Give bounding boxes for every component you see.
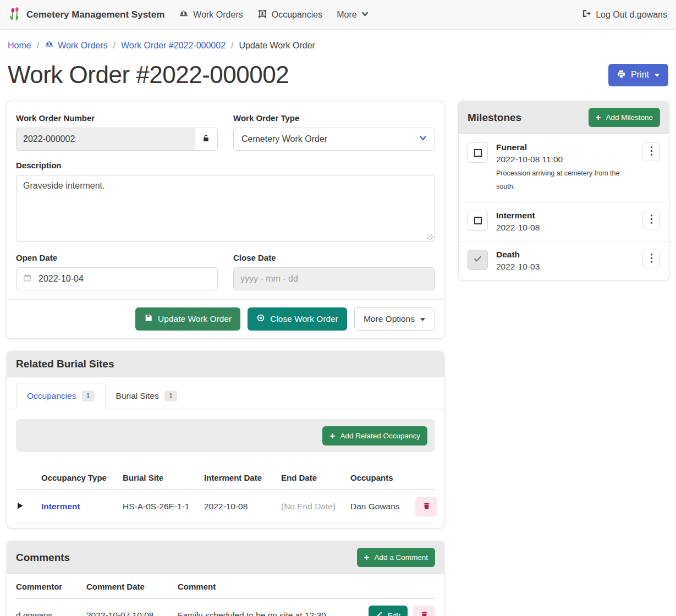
logout-link[interactable]: Log Out d.gowans xyxy=(581,9,667,20)
occupancies-toolbar: + Add Related Occupancy xyxy=(16,419,435,452)
breadcrumb-home[interactable]: Home xyxy=(8,41,31,51)
add-related-occupancy-label: Add Related Occupancy xyxy=(340,432,420,440)
milestone-menu-button[interactable] xyxy=(642,211,660,229)
open-date-input[interactable] xyxy=(16,267,218,290)
close-work-order-label: Close Work Order xyxy=(270,314,338,324)
nav-occupancies-label: Occupancies xyxy=(272,10,323,20)
milestone-item: Death 2022-10-03 xyxy=(459,241,669,280)
printer-icon xyxy=(617,69,626,81)
trash-icon xyxy=(420,610,428,616)
print-label: Print xyxy=(631,70,649,80)
chevron-down-icon xyxy=(361,10,369,20)
open-date-label: Open Date xyxy=(16,253,218,262)
col-burial-site: Burial Site xyxy=(123,473,204,482)
caret-down-icon xyxy=(420,314,426,324)
add-comment-button[interactable]: + Add a Comment xyxy=(357,548,435,567)
milestone-date: 2022-10-03 xyxy=(496,262,634,272)
milestone-item: Interment 2022-10-08 xyxy=(459,202,669,241)
description-textarea[interactable]: Graveside interment. xyxy=(16,175,435,242)
breadcrumb-work-orders[interactable]: Work Orders xyxy=(45,40,107,51)
delete-occupancy-button[interactable] xyxy=(415,497,437,516)
logout-label: Log Out d.gowans xyxy=(596,10,667,20)
print-button[interactable]: Print xyxy=(608,64,668,86)
nav-more-label: More xyxy=(337,10,356,20)
nav-work-orders[interactable]: Work Orders xyxy=(179,9,243,21)
calendar-icon xyxy=(23,273,32,285)
col-commentor: Commentor xyxy=(16,582,86,591)
comments-table: Commentor Comment Date Comment d.gowans … xyxy=(7,574,444,616)
milestone-checkbox[interactable] xyxy=(468,211,488,231)
milestone-date: 2022-10-08 xyxy=(496,223,634,233)
breadcrumb-separator: / xyxy=(113,41,116,51)
hard-hat-icon xyxy=(179,9,189,21)
col-comment: Comment xyxy=(178,582,362,591)
milestone-menu-button[interactable] xyxy=(642,250,660,268)
related-tabs: Occupancies 1 Burial Sites 1 xyxy=(7,377,444,409)
comment-cell: Family scheduled to be on site at 12:30. xyxy=(178,610,362,616)
update-work-order-button[interactable]: Update Work Order xyxy=(135,307,240,331)
app-title: Cemetery Management System xyxy=(26,9,164,20)
tab-occupancies-count-badge: 1 xyxy=(82,391,95,402)
col-end-date: End Date xyxy=(281,473,350,482)
commentor-cell: d.gowans xyxy=(16,610,86,616)
caret-down-icon xyxy=(654,70,660,80)
delete-comment-button[interactable] xyxy=(413,606,435,616)
milestone-description: Procession arriving at cemetery from the… xyxy=(496,167,624,194)
milestone-checkbox[interactable] xyxy=(468,142,488,163)
trash-icon xyxy=(422,502,431,512)
checkbox-square-icon xyxy=(474,217,482,224)
occupancy-type-link[interactable]: Interment xyxy=(41,502,123,512)
more-options-button[interactable]: More Options xyxy=(354,307,435,331)
work-order-number-label: Work Order Number xyxy=(16,113,218,123)
add-milestone-button[interactable]: + Add Milestone xyxy=(589,108,661,127)
plus-icon: + xyxy=(596,113,601,122)
occupants-cell: Dan Gowans xyxy=(350,502,415,512)
check-icon xyxy=(473,254,482,265)
col-interment-date: Interment Date xyxy=(204,473,281,482)
unlock-button[interactable] xyxy=(195,128,218,151)
nav-more[interactable]: More xyxy=(337,10,368,20)
tab-burial-sites-count-badge: 1 xyxy=(164,391,177,402)
col-comment-date: Comment Date xyxy=(86,582,178,591)
hard-hat-icon xyxy=(45,40,54,51)
milestone-checkbox-checked[interactable] xyxy=(468,250,488,270)
milestones-title: Milestones xyxy=(468,112,521,124)
table-row: Interment HS-A-0S-26E-1-1 2022-10-08 (No… xyxy=(16,490,435,524)
breadcrumb-separator: / xyxy=(37,41,39,51)
add-milestone-label: Add Milestone xyxy=(606,113,653,122)
tab-burial-sites[interactable]: Burial Sites 1 xyxy=(106,383,188,409)
nav-occupancies[interactable]: Occupancies xyxy=(257,9,323,21)
work-order-type-value: Cemetery Work Order xyxy=(241,134,327,144)
logout-icon xyxy=(581,9,591,20)
stop-circle-icon xyxy=(256,314,265,324)
resize-handle[interactable] xyxy=(427,234,433,240)
tulip-logo-icon xyxy=(9,6,21,24)
tab-burial-sites-label: Burial Sites xyxy=(116,391,159,401)
app-brand: Cemetery Management System xyxy=(9,6,164,24)
milestones-card: Milestones + Add Milestone Funeral 2022-… xyxy=(458,101,669,280)
work-order-form-card: Work Order Number xyxy=(7,101,444,339)
tab-occupancies[interactable]: Occupancies 1 xyxy=(16,383,106,409)
milestone-menu-button[interactable] xyxy=(642,142,660,161)
comment-date-cell: 2022-10-07 10:08 xyxy=(86,610,178,616)
close-date-input[interactable] xyxy=(233,267,435,290)
add-related-occupancy-button[interactable]: + Add Related Occupancy xyxy=(322,426,427,446)
work-order-type-label: Work Order Type xyxy=(233,113,435,123)
nav-work-orders-label: Work Orders xyxy=(193,10,243,20)
chevron-down-icon xyxy=(419,134,427,144)
description-label: Description xyxy=(16,161,435,170)
milestone-name: Interment xyxy=(496,211,634,221)
milestone-name: Funeral xyxy=(496,142,634,152)
breadcrumb-current: Update Work Order xyxy=(239,41,315,51)
plus-icon: + xyxy=(329,431,335,441)
breadcrumb-work-order-number[interactable]: Work Order #2022-000002 xyxy=(121,41,226,51)
col-occupants: Occupants xyxy=(350,473,415,482)
edit-comment-button[interactable]: Edit xyxy=(369,606,408,616)
work-order-type-select[interactable]: Cemetery Work Order xyxy=(233,128,435,151)
work-order-number-input[interactable] xyxy=(16,128,195,151)
close-work-order-button[interactable]: Close Work Order xyxy=(248,307,347,331)
close-date-label: Close Date xyxy=(233,253,435,262)
description-value: Graveside interment. xyxy=(23,181,105,190)
tab-occupancies-label: Occupancies xyxy=(27,391,76,401)
expand-row-button[interactable] xyxy=(16,502,41,512)
